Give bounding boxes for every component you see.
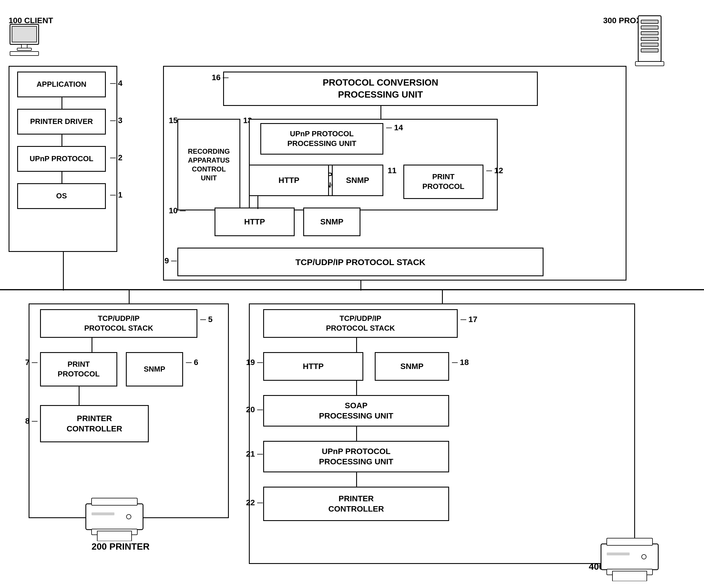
tcp-stack-400: TCP/UDP/IPPROTOCOL STACK	[263, 309, 458, 338]
app-to-driver-line	[61, 97, 62, 109]
driver-to-upnp-line	[61, 135, 62, 147]
upnp-to-os-line	[61, 172, 62, 184]
http-box2-proxy: HTTP	[215, 208, 295, 236]
printer400-outer-box	[249, 304, 635, 564]
snmp-box2-proxy: SNMP	[303, 208, 360, 236]
ref-22: 22 ─	[246, 498, 263, 507]
proxy-v-line	[360, 280, 361, 290]
printer-controller-400: PRINTERCONTROLLER	[263, 487, 449, 521]
ref-17: ─ 17	[461, 315, 477, 324]
svg-rect-1	[12, 26, 37, 42]
printer200-icon	[80, 487, 152, 541]
print-to-controller-line-200	[79, 386, 79, 406]
soap-to-upnp-line-400	[356, 427, 357, 441]
svg-rect-13	[86, 504, 143, 530]
svg-rect-14	[92, 498, 137, 505]
ref-8: 8 ─	[25, 417, 38, 426]
ref-6: ─ 6	[186, 358, 198, 367]
soap-to-http-line	[257, 196, 258, 209]
printer200-v-line	[129, 289, 130, 304]
svg-rect-11	[641, 49, 658, 52]
upnp-400: UPnP PROTOCOLPROCESSING UNIT	[263, 441, 449, 472]
recording-apparatus-box: RECORDINGAPPARATUSCONTROLUNIT	[177, 119, 240, 210]
printer200-label: 200 PRINTER	[92, 541, 150, 552]
svg-rect-3	[17, 48, 32, 50]
tcp-stack-proxy: TCP/UDP/IP PROTOCOL STACK	[177, 248, 543, 276]
ref-20: 20 ─	[246, 405, 263, 414]
tcp-to-print-line-200	[92, 338, 93, 353]
ref-2: ─ 2	[110, 153, 122, 162]
tcp-to-http-line-400	[356, 338, 357, 353]
printer400-icon	[595, 527, 667, 581]
snmp-box-proxy: SNMP	[332, 165, 383, 196]
ref-15: 15	[169, 116, 178, 125]
svg-rect-10	[641, 43, 658, 46]
ref-19: 19 ─	[246, 358, 263, 367]
svg-rect-4	[10, 52, 39, 56]
svg-rect-18	[92, 513, 114, 515]
svg-rect-8	[641, 32, 658, 35]
ref-12: ─ 12	[486, 166, 503, 175]
http-400: HTTP	[263, 352, 363, 381]
tcp-stack-200: TCP/UDP/IPPROTOCOL STACK	[40, 309, 197, 338]
printer400-v-line	[442, 289, 443, 304]
ref-21: 21 ─	[246, 449, 263, 459]
diagram: 100 CLIENT APPLICATION ─ 4 PRINTER DRIVE…	[0, 0, 704, 588]
ref-9: 9 ─	[165, 256, 177, 265]
upnp-to-controller-line-400	[356, 472, 357, 487]
os-box: OS	[17, 183, 106, 209]
ref-11: 11	[388, 166, 397, 175]
print-protocol-200: PRINTPROTOCOL	[40, 352, 117, 386]
svg-rect-16	[97, 531, 132, 541]
ref-4: ─ 4	[110, 79, 122, 88]
upnp-processing-box: UPnP PROTOCOLPROCESSING UNIT	[260, 123, 383, 155]
svg-rect-7	[641, 26, 658, 29]
print-protocol-proxy: PRINTPROTOCOL	[403, 165, 483, 199]
client-v-line	[63, 252, 64, 290]
http-box-proxy: HTTP	[249, 165, 329, 196]
ref-5: ─ 5	[200, 315, 213, 324]
svg-rect-12	[635, 61, 664, 66]
printer-controller-200: PRINTERCONTROLLER	[40, 405, 149, 442]
server-icon	[633, 14, 667, 71]
svg-rect-6	[641, 20, 658, 23]
protocol-conversion-box: PROTOCOL CONVERSIONPROCESSING UNIT	[223, 71, 538, 106]
snmp-400: SNMP	[375, 352, 449, 381]
proto-to-upnp-line	[380, 106, 381, 120]
ref-1: ─ 1	[110, 191, 122, 200]
svg-rect-22	[612, 571, 647, 581]
ref-16: 16 ─	[212, 73, 229, 82]
svg-rect-24	[607, 552, 630, 555]
soap-400: SOAPPROCESSING UNIT	[263, 395, 449, 427]
ref-14: ─ 14	[386, 123, 403, 132]
ref-7: 7 ─	[25, 358, 38, 367]
svg-rect-20	[607, 538, 652, 545]
svg-rect-19	[601, 544, 658, 570]
network-line	[0, 289, 704, 290]
printer-driver-box: PRINTER DRIVER	[17, 109, 106, 135]
upnp-protocol-box: UPnP PROTOCOL	[17, 146, 106, 172]
svg-rect-9	[641, 37, 658, 41]
http-to-soap-line-400	[356, 381, 357, 395]
snmp-200: SNMP	[126, 352, 183, 386]
ref-18: ─ 18	[452, 358, 469, 367]
ref-10: 10 ─	[169, 206, 186, 215]
ref-3: ─ 3	[110, 116, 122, 125]
application-box: APPLICATION	[17, 71, 106, 97]
computer-icon	[9, 23, 46, 57]
